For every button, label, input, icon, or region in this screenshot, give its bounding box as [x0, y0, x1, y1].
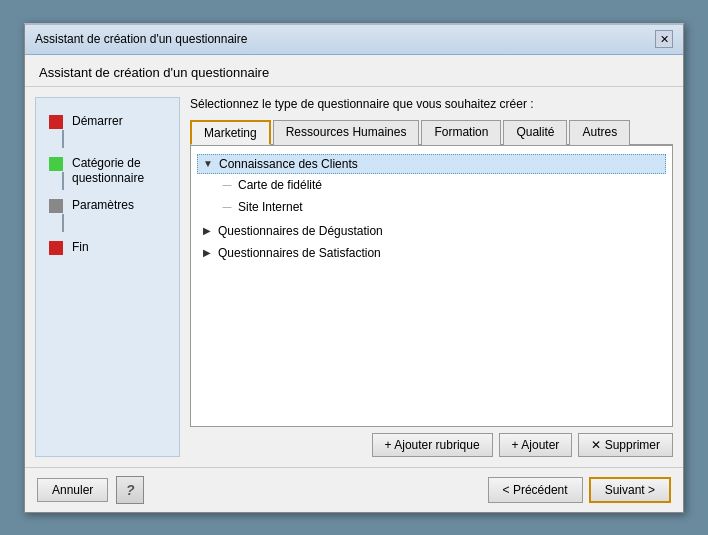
- tree-node-satisfaction: ▶ Questionnaires de Satisfaction: [197, 242, 666, 264]
- step-parametres: Paramètres: [44, 192, 171, 234]
- tab-marketing[interactable]: Marketing: [190, 120, 271, 145]
- instruction-text: Sélectionnez le type de questionnaire qu…: [190, 97, 673, 111]
- red-square-icon-fin: [49, 241, 63, 255]
- green-square-icon: [49, 157, 63, 171]
- tree-children-connaissance: — Carte de fidélité — Site Internet: [197, 174, 666, 218]
- tree-node-carte: — Carte de fidélité: [217, 174, 666, 196]
- step-icon-col-1: [48, 114, 64, 148]
- dialog-body: Démarrer Catégorie de questionnaire: [25, 87, 683, 467]
- next-button[interactable]: Suivant >: [589, 477, 671, 503]
- tree-leaf-icon-site: —: [219, 199, 235, 215]
- tree-row-site[interactable]: — Site Internet: [217, 198, 666, 216]
- step-connector-1: [62, 130, 64, 148]
- main-dialog: Assistant de création d'un questionnaire…: [24, 23, 684, 513]
- tab-autres[interactable]: Autres: [569, 120, 630, 145]
- title-bar: Assistant de création d'un questionnaire…: [25, 25, 683, 55]
- step-connector-3: [62, 214, 64, 232]
- close-button[interactable]: ✕: [655, 30, 673, 48]
- step-label-fin: Fin: [72, 240, 89, 256]
- tree-row-carte[interactable]: — Carte de fidélité: [217, 176, 666, 194]
- dialog-header: Assistant de création d'un questionnaire: [25, 55, 683, 87]
- dialog-title: Assistant de création d'un questionnaire: [35, 32, 247, 46]
- step-label-categorie: Catégorie de questionnaire: [72, 156, 167, 187]
- tabs-container: Marketing Ressources Humaines Formation …: [190, 119, 673, 145]
- tree-leaf-icon-carte: —: [219, 177, 235, 193]
- dialog-inner: Assistant de création d'un questionnaire…: [25, 55, 683, 512]
- tree-toggle-degustation[interactable]: ▶: [199, 223, 215, 239]
- tab-formation[interactable]: Formation: [421, 120, 501, 145]
- step-icon-fin: [48, 240, 64, 256]
- tree-node-degustation: ▶ Questionnaires de Dégustation: [197, 220, 666, 242]
- step-icon-col-4: [48, 240, 64, 256]
- step-label-demarrer: Démarrer: [72, 114, 123, 130]
- tree-row-degustation[interactable]: ▶ Questionnaires de Dégustation: [197, 222, 666, 240]
- dialog-footer: Annuler ? < Précédent Suivant >: [25, 467, 683, 512]
- step-fin: Fin: [44, 234, 171, 258]
- tree-toggle-satisfaction[interactable]: ▶: [199, 245, 215, 261]
- ajouter-rubrique-button[interactable]: + Ajouter rubrique: [372, 433, 493, 457]
- tree-toggle-expand[interactable]: ▼: [200, 156, 216, 172]
- step-label-parametres: Paramètres: [72, 198, 134, 214]
- step-icon-demarrer: [48, 114, 64, 130]
- header-text: Assistant de création d'un questionnaire: [39, 65, 269, 80]
- cancel-button[interactable]: Annuler: [37, 478, 108, 502]
- step-demarrer: Démarrer: [44, 108, 171, 150]
- tree-node-connaissance[interactable]: ▼ Connaissance des Clients: [197, 154, 666, 174]
- tree-label-degustation: Questionnaires de Dégustation: [218, 224, 383, 238]
- ajouter-button[interactable]: + Ajouter: [499, 433, 573, 457]
- red-square-icon: [49, 115, 63, 129]
- step-connector-2: [62, 172, 64, 190]
- step-icon-parametres: [48, 198, 64, 214]
- tab-qualite[interactable]: Qualité: [503, 120, 567, 145]
- tree-row-satisfaction[interactable]: ▶ Questionnaires de Satisfaction: [197, 244, 666, 262]
- main-content: Sélectionnez le type de questionnaire qu…: [190, 97, 673, 457]
- previous-button[interactable]: < Précédent: [488, 477, 583, 503]
- step-icon-col-3: [48, 198, 64, 232]
- tree-label-site: Site Internet: [238, 200, 303, 214]
- footer-right: < Précédent Suivant >: [488, 477, 671, 503]
- step-categorie: Catégorie de questionnaire: [44, 150, 171, 192]
- step-icon-categorie: [48, 156, 64, 172]
- action-buttons: + Ajouter rubrique + Ajouter ✕ Supprimer: [190, 433, 673, 457]
- gray-square-icon: [49, 199, 63, 213]
- tree-area: ▼ Connaissance des Clients — Carte de fi…: [190, 145, 673, 427]
- tree-label-connaissance: Connaissance des Clients: [219, 157, 358, 171]
- tree-node-site: — Site Internet: [217, 196, 666, 218]
- tree-label-satisfaction: Questionnaires de Satisfaction: [218, 246, 381, 260]
- tab-ressources[interactable]: Ressources Humaines: [273, 120, 420, 145]
- tree-node-root: ▼ Connaissance des Clients — Carte de fi…: [197, 152, 666, 220]
- footer-left: Annuler ?: [37, 476, 144, 504]
- step-icon-col-2: [48, 156, 64, 190]
- help-button[interactable]: ?: [116, 476, 144, 504]
- tree-label-carte: Carte de fidélité: [238, 178, 322, 192]
- steps-panel: Démarrer Catégorie de questionnaire: [35, 97, 180, 457]
- supprimer-button[interactable]: ✕ Supprimer: [578, 433, 673, 457]
